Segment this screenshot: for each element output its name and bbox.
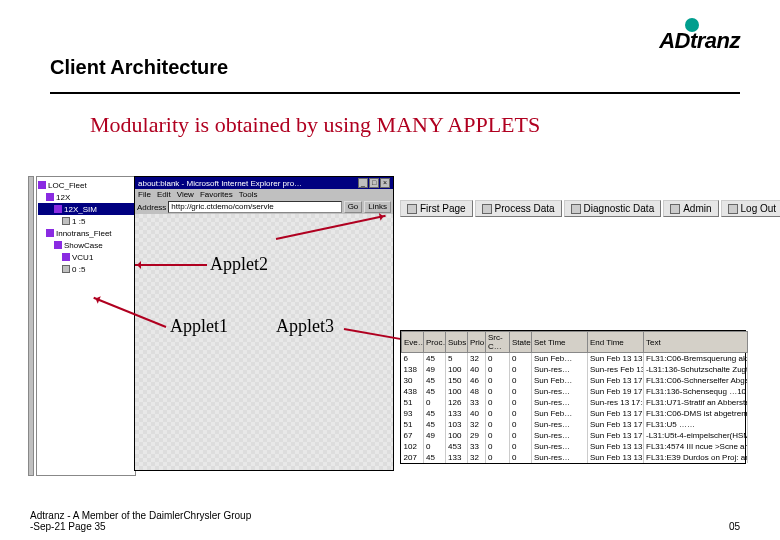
table-header[interactable]: End Time: [588, 332, 644, 353]
doc-icon: [62, 265, 70, 273]
table-row[interactable]: 5101263300Sun-res…Sun-res 13 17:3…FL31:U…: [402, 397, 748, 408]
table-row[interactable]: 438451004800Sun-res…Sun Feb 19 17:2…FL31…: [402, 386, 748, 397]
admin-button[interactable]: Admin: [663, 200, 718, 217]
folder-icon: [62, 253, 70, 261]
process-data-button[interactable]: Process Data: [475, 200, 562, 217]
tree-item[interactable]: 12X_SIM: [38, 203, 134, 215]
menu-file[interactable]: File: [138, 190, 151, 199]
table-cell: 0: [510, 430, 532, 441]
table-cell: 45: [424, 452, 446, 463]
button-label: Diagnostic Data: [584, 203, 655, 214]
table-cell: FL31:4574 III ncue >Scne arnse: [644, 441, 748, 452]
browser-viewport: [135, 214, 393, 470]
table-header[interactable]: Prio: [468, 332, 486, 353]
menu-view[interactable]: View: [177, 190, 194, 199]
table-row[interactable]: 30451504600Sun Feb…Sun Feb 13 17:1…FL31:…: [402, 375, 748, 386]
table-cell: 6: [402, 353, 424, 364]
table-row[interactable]: 64553200Sun Feb…Sun Feb 13 13:5…FL31:C06…: [402, 353, 748, 364]
address-label: Address: [137, 203, 166, 212]
button-label: Admin: [683, 203, 711, 214]
tree-item[interactable]: 12X: [38, 191, 134, 203]
table-cell: -L31:U5t-4-eimpelscher(HSM):ausg: [644, 430, 748, 441]
table-cell: Sun Feb 13 17:3…: [588, 430, 644, 441]
table-cell: 0: [510, 408, 532, 419]
table-cell: 29: [468, 430, 486, 441]
menu-edit[interactable]: Edit: [157, 190, 171, 199]
tree-item[interactable]: ShowCase: [38, 239, 134, 251]
table-header[interactable]: State: [510, 332, 532, 353]
table-cell: 102: [402, 441, 424, 452]
table-row[interactable]: 67491002900Sun-res…Sun Feb 13 17:3…-L31:…: [402, 430, 748, 441]
button-label: First Page: [420, 203, 466, 214]
table-row[interactable]: 93451334000Sun Feb…Sun Feb 13 17:0…FL31:…: [402, 408, 748, 419]
table-cell: Sun Feb…: [532, 408, 588, 419]
address-input[interactable]: http://gric.ctdemo/com/servle: [168, 201, 341, 213]
process-data-icon: [482, 204, 492, 214]
menu-tools[interactable]: Tools: [239, 190, 258, 199]
diagnostic-data-icon: [571, 204, 581, 214]
headline: Modularity is obtained by using MANY APP…: [90, 112, 540, 138]
tree-item[interactable]: VCU1: [38, 251, 134, 263]
table-cell: 45: [424, 353, 446, 364]
table-header[interactable]: Subs…: [446, 332, 468, 353]
table-row[interactable]: 207451333200Sun-res…Sun Feb 13 13:3…FL31…: [402, 452, 748, 463]
maximize-icon[interactable]: □: [369, 178, 379, 188]
table-cell: 33: [468, 441, 486, 452]
table-cell: Sun Feb 19 17:2…: [588, 386, 644, 397]
tree-label: 1 :5: [72, 217, 85, 226]
tree-item[interactable]: Innotrans_Fleet: [38, 227, 134, 239]
table-header[interactable]: Eve…: [402, 332, 424, 353]
table-cell: 0: [486, 430, 510, 441]
table-cell: Sun Feb 13 13:5…: [588, 353, 644, 364]
table-cell: Sun Feb 13 13:3…: [588, 452, 644, 463]
menu-favorites[interactable]: Favorites: [200, 190, 233, 199]
diagnostic-data-button[interactable]: Diagnostic Data: [564, 200, 662, 217]
table-header[interactable]: Set Time: [532, 332, 588, 353]
table-cell: FL31:C06-Bremsquerung aktiv: [644, 353, 748, 364]
table-row[interactable]: 10204533300Sun-res…Sun Feb 13 13:0…FL31:…: [402, 441, 748, 452]
table-cell: 51: [402, 419, 424, 430]
table-cell: 100: [446, 364, 468, 375]
tree-item[interactable]: 0 :5: [38, 263, 134, 275]
table-cell: 32: [468, 353, 486, 364]
tree-label: ShowCase: [64, 241, 103, 250]
tree-label: 12X: [56, 193, 70, 202]
table-header[interactable]: Src-C…: [486, 332, 510, 353]
minimize-icon[interactable]: _: [358, 178, 368, 188]
table-cell: 126: [446, 397, 468, 408]
tree-item[interactable]: 1 :5: [38, 215, 134, 227]
table-cell: 0: [486, 364, 510, 375]
table-cell: Sun-res…: [532, 386, 588, 397]
table-header[interactable]: Proc…: [424, 332, 446, 353]
close-icon[interactable]: ×: [380, 178, 390, 188]
folder-icon: [38, 181, 46, 189]
toolbar: First Page Process Data Diagnostic Data …: [400, 200, 780, 217]
tree-label: 12X_SIM: [64, 205, 97, 214]
table-header[interactable]: Text: [644, 332, 748, 353]
browser-titlebar[interactable]: about:blank - Microsoft Internet Explore…: [135, 177, 393, 189]
table-cell: -L31:136-Schutzschalte Zugtr…: [644, 364, 748, 375]
tree-item[interactable]: LOC_Fleet: [38, 179, 134, 191]
logout-button[interactable]: Log Out: [721, 200, 780, 217]
table-cell: 207: [402, 452, 424, 463]
tree-drag-handle[interactable]: [28, 176, 34, 476]
table-cell: 0: [486, 452, 510, 463]
table-cell: 0: [486, 353, 510, 364]
table-row[interactable]: 51451033200Sun-res…Sun Feb 13 17:9…FL31:…: [402, 419, 748, 430]
table-cell: 0: [510, 364, 532, 375]
table-cell: 51: [402, 397, 424, 408]
arrow-icon: [135, 264, 207, 266]
table-cell: 0: [510, 452, 532, 463]
first-page-button[interactable]: First Page: [400, 200, 473, 217]
links-button[interactable]: Links: [364, 201, 391, 213]
table-cell: 0: [486, 441, 510, 452]
doc-icon: [62, 217, 70, 225]
go-button[interactable]: Go: [344, 201, 363, 213]
folder-icon: [54, 205, 62, 213]
table-cell: 0: [486, 386, 510, 397]
table-cell: 0: [510, 441, 532, 452]
table-cell: 0: [510, 386, 532, 397]
table-cell: Sun-res…: [532, 419, 588, 430]
table-row[interactable]: 138491004000Sun-res…Sun-res Feb 13 13:…-…: [402, 364, 748, 375]
table-cell: Sun-res 13 17:3…: [588, 397, 644, 408]
